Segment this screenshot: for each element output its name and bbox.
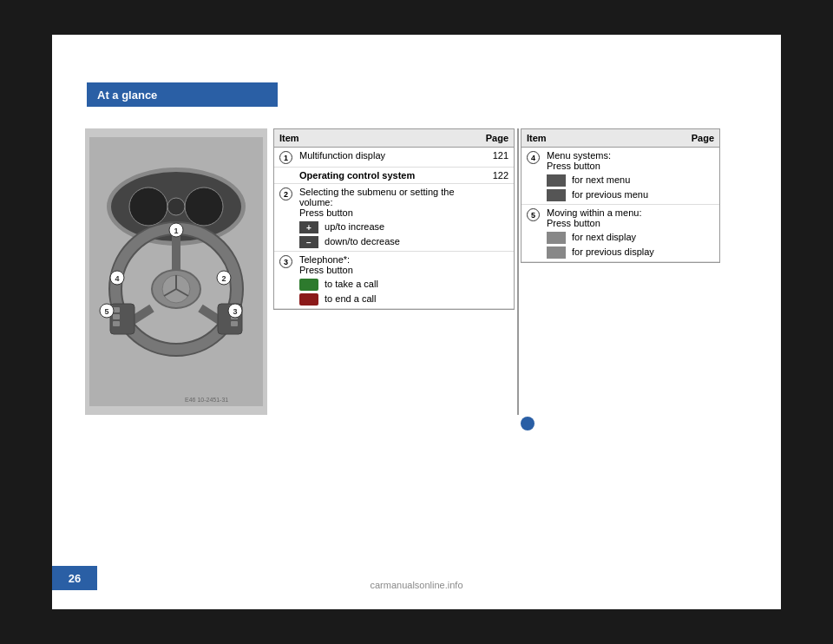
table-row: Operating control system 122 bbox=[274, 168, 514, 184]
row-content: Moving within a menu: Press button for n… bbox=[541, 205, 685, 262]
item-number-5: 5 bbox=[527, 208, 540, 221]
icon-row-next-menu: for next menu bbox=[547, 174, 679, 187]
telephone-text: Telephone*: bbox=[299, 254, 474, 265]
item-number-3: 3 bbox=[279, 255, 292, 268]
page-ref-empty bbox=[479, 184, 514, 252]
table-row: 1 Multifunction display 121 bbox=[274, 148, 514, 168]
svg-point-4 bbox=[185, 187, 223, 226]
phone-red-icon bbox=[299, 293, 318, 306]
row-content: Selecting the submenu or setting the vol… bbox=[294, 184, 479, 252]
next-display-icon bbox=[547, 232, 566, 244]
next-menu-icon bbox=[547, 174, 566, 187]
icon-row-up: + up/to increase bbox=[299, 221, 474, 233]
icon-row-down: − down/to decrease bbox=[299, 236, 474, 248]
page-ref: 122 bbox=[479, 168, 514, 184]
page-ref-empty-4 bbox=[685, 205, 719, 262]
press-button-label-4: Press button bbox=[547, 218, 679, 228]
svg-text:3: 3 bbox=[233, 307, 237, 316]
moving-within-menu-text: Moving within a menu: bbox=[547, 207, 679, 218]
vertical-divider bbox=[517, 128, 519, 415]
icon-row-take-call: to take a call bbox=[299, 279, 474, 291]
svg-point-3 bbox=[129, 187, 167, 226]
plus-icon: + bbox=[299, 221, 318, 233]
svg-text:5: 5 bbox=[104, 307, 108, 316]
table-left-page-header: Page bbox=[479, 129, 514, 148]
prev-display-label: for previous display bbox=[572, 246, 654, 257]
page-ref: 121 bbox=[479, 148, 514, 168]
watermark: carmanualsonline.info bbox=[0, 580, 833, 590]
take-call-label: to take a call bbox=[325, 279, 378, 289]
press-button-label-3: Press button bbox=[547, 161, 679, 171]
blue-indicator-dot bbox=[521, 417, 535, 430]
table-right-item-header: Item bbox=[521, 129, 685, 148]
multifunction-display-label: Multifunction display bbox=[299, 150, 385, 161]
table-row: 2 Selecting the submenu or setting the v… bbox=[274, 184, 514, 252]
table-right: Item Page 4 Menu systems: Press button f… bbox=[521, 128, 720, 263]
svg-rect-18 bbox=[113, 314, 120, 319]
icon-row-prev-disp: for previous display bbox=[547, 246, 679, 259]
prev-display-icon bbox=[547, 246, 566, 259]
row-number: 4 bbox=[521, 148, 541, 205]
section-title: At a glance bbox=[97, 89, 157, 102]
row-content: Telephone*: Press button to take a call … bbox=[294, 252, 479, 309]
row-content: Multifunction display bbox=[294, 148, 479, 168]
table-row: 4 Menu systems: Press button for next me… bbox=[521, 148, 719, 205]
row-content: Operating control system bbox=[294, 168, 479, 184]
icon-row-next-disp: for next display bbox=[547, 232, 679, 244]
item-number-2: 2 bbox=[279, 187, 292, 200]
menu-systems-text: Menu systems: bbox=[547, 150, 679, 161]
row-number: 1 bbox=[274, 148, 294, 168]
prev-menu-icon bbox=[547, 189, 566, 201]
row-content: Menu systems: Press button for next menu… bbox=[541, 148, 685, 205]
up-increase-label: up/to increase bbox=[325, 221, 384, 232]
operating-control-label: Operating control system bbox=[299, 170, 415, 181]
icon-row-prev-menu: for previous menu bbox=[547, 189, 679, 201]
steering-wheel-image: 1 2 3 4 5 E46 10-2451-31 bbox=[85, 128, 267, 415]
watermark-text: carmanualsonline.info bbox=[370, 580, 462, 590]
press-button-label: Press button bbox=[299, 207, 474, 218]
row-number-empty bbox=[274, 168, 294, 184]
table-row: 3 Telephone*: Press button to take a cal… bbox=[274, 252, 514, 309]
svg-text:E46 10-2451-31: E46 10-2451-31 bbox=[185, 397, 228, 403]
svg-text:2: 2 bbox=[221, 274, 226, 283]
page-ref-empty-3 bbox=[685, 148, 719, 205]
table-left: Item Page 1 Multifunction display 121 Op… bbox=[273, 128, 515, 310]
table-right-page-header: Page bbox=[685, 129, 719, 148]
svg-rect-23 bbox=[231, 321, 238, 326]
minus-icon: − bbox=[299, 236, 318, 248]
section-header: At a glance bbox=[87, 82, 278, 107]
down-decrease-label: down/to decrease bbox=[325, 236, 400, 246]
row-number: 5 bbox=[521, 205, 541, 262]
phone-green-icon bbox=[299, 279, 318, 291]
item-number-4: 4 bbox=[527, 151, 540, 164]
selecting-submenu-text: Selecting the submenu or setting the vol… bbox=[299, 187, 474, 207]
table-row: 5 Moving within a menu: Press button for… bbox=[521, 205, 719, 262]
press-button-label-2: Press button bbox=[299, 265, 474, 275]
next-menu-label: for next menu bbox=[572, 174, 630, 185]
end-call-label: to end a call bbox=[325, 293, 376, 304]
svg-point-5 bbox=[167, 198, 185, 215]
prev-menu-label: for previous menu bbox=[572, 189, 648, 200]
table-left-item-header: Item bbox=[274, 129, 479, 148]
svg-text:1: 1 bbox=[174, 227, 178, 235]
page-ref-empty-2 bbox=[479, 252, 514, 309]
svg-text:4: 4 bbox=[115, 274, 119, 283]
svg-rect-19 bbox=[113, 321, 120, 326]
icon-row-end-call: to end a call bbox=[299, 293, 474, 306]
item-number-1: 1 bbox=[279, 151, 292, 164]
row-number: 3 bbox=[274, 252, 294, 309]
next-display-label: for next display bbox=[572, 232, 636, 242]
row-number: 2 bbox=[274, 184, 294, 252]
steering-wheel-svg: 1 2 3 4 5 E46 10-2451-31 bbox=[89, 137, 263, 406]
